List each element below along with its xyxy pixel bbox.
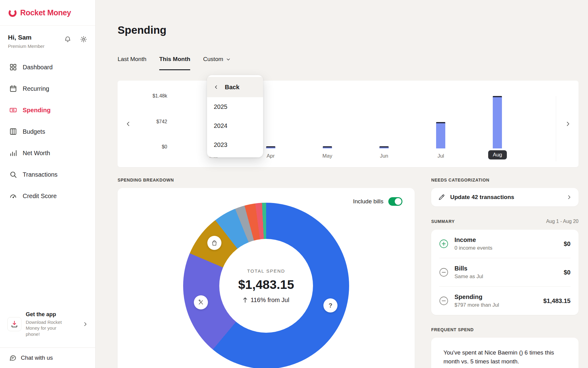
- x-axis-label-aug[interactable]: Aug: [488, 150, 507, 159]
- bar[interactable]: [323, 146, 332, 148]
- summary-row-label: Bills: [454, 265, 483, 272]
- sidebar-item-dashboard[interactable]: Dashboard: [0, 56, 95, 78]
- toggle-knob: [395, 198, 401, 205]
- summary-row-amount: $1,483.15: [543, 297, 571, 305]
- bar-column-jul[interactable]: Jul: [413, 96, 469, 161]
- rocket-money-logo-icon: [8, 8, 17, 17]
- donut-center: TOTAL SPEND $1,483.15 116% from Jul: [219, 239, 313, 333]
- help-icon[interactable]: ?: [323, 298, 337, 312]
- nav-label: Transactions: [23, 171, 58, 178]
- frequent-spend-card: You've spent at Nice Baemin () 6 times t…: [431, 338, 579, 368]
- sidebar-item-spending[interactable]: Spending: [0, 99, 95, 121]
- arrow-up-icon: [243, 297, 247, 303]
- bar-column-aug[interactable]: Aug: [469, 96, 526, 161]
- nav-label: Spending: [23, 107, 51, 114]
- dashboard-grid-icon: [9, 63, 17, 71]
- donut-chart-area: TOTAL SPEND $1,483.15 116% from Jul: [183, 203, 349, 368]
- summary-row-sub: $797 more than Jul: [454, 302, 499, 308]
- bar[interactable]: [266, 146, 275, 148]
- summary-row-bills[interactable]: Bills Same as Jul $0: [439, 258, 571, 286]
- gear-icon[interactable]: [80, 36, 87, 49]
- search-icon: [9, 171, 17, 178]
- chevron-down-icon: [226, 57, 231, 62]
- minus-circle-icon: [439, 268, 448, 277]
- chevron-right-icon: [566, 194, 572, 200]
- sidebar-item-recurring[interactable]: Recurring: [0, 78, 95, 99]
- spending-breakdown-card: Include bills TOTAL SPEND $1,483.15 116%…: [118, 188, 415, 368]
- breakdown-section-label: SPENDING BREAKDOWN: [118, 178, 415, 182]
- bar-column-jun[interactable]: Jun: [356, 96, 413, 161]
- get-app-subtitle: Download Rocket Money for your phone!: [26, 319, 72, 337]
- summary-section-label: SUMMARY: [431, 219, 455, 224]
- sidebar-item-transactions[interactable]: Transactions: [0, 164, 95, 185]
- membership-label: Premium Member: [8, 44, 44, 49]
- chevron-left-icon: [214, 85, 219, 90]
- update-transactions-label: Update 42 transactions: [450, 194, 561, 201]
- pencil-icon: [438, 194, 445, 201]
- summary-row-label: Spending: [454, 293, 499, 301]
- bell-icon[interactable]: [64, 36, 71, 49]
- sidebar-item-net-worth[interactable]: Net Worth: [0, 142, 95, 164]
- bar[interactable]: [379, 146, 389, 148]
- nav-label: Recurring: [23, 85, 49, 92]
- download-icon: [7, 317, 21, 331]
- bar[interactable]: [436, 122, 445, 148]
- plus-circle-icon: [439, 239, 448, 248]
- sidebar: Rocket Money Hi, Sam Premium Member Dash…: [0, 0, 96, 368]
- summary-row-spending[interactable]: Spending $797 more than Jul $1,483.15: [439, 286, 571, 315]
- include-bills-label: Include bills: [353, 198, 383, 205]
- needs-categorization-label: NEEDS CATEGORIZATION: [431, 178, 579, 182]
- chat-with-us-button[interactable]: Chat with us: [0, 347, 95, 368]
- x-axis-label-jul[interactable]: Jul: [437, 151, 444, 161]
- nav-label: Budgets: [23, 128, 45, 135]
- summary-card: Income 0 income events $0 Bills Same as …: [431, 230, 579, 315]
- tab-custom[interactable]: Custom: [203, 56, 230, 70]
- summary-row-amount: $0: [564, 269, 571, 276]
- x-axis-label-may[interactable]: May: [322, 151, 332, 161]
- update-transactions-button[interactable]: Update 42 transactions: [431, 188, 579, 206]
- dropdown-back-label: Back: [225, 84, 239, 91]
- brand-name: Rocket Money: [20, 8, 71, 17]
- get-app-banner[interactable]: Get the app Download Rocket Money for yo…: [4, 309, 91, 340]
- dining-utensils-icon[interactable]: [194, 295, 208, 309]
- bar-chart-icon: [9, 149, 17, 157]
- x-axis-label-apr[interactable]: Apr: [267, 151, 275, 161]
- chat-bubble-icon: [9, 354, 17, 362]
- frequent-spend-label: FREQUENT SPEND: [431, 327, 579, 332]
- total-spend-label: TOTAL SPEND: [247, 268, 285, 274]
- shopping-bag-icon[interactable]: [207, 236, 221, 250]
- frequent-spend-text: You've spent at Nice Baemin () 6 times t…: [443, 348, 566, 366]
- chart-next-button[interactable]: [562, 118, 574, 130]
- tab-this-month[interactable]: This Month: [159, 56, 190, 70]
- period-tabs: Last Month This Month Custom: [118, 56, 579, 70]
- get-app-title: Get the app: [26, 311, 78, 318]
- nav-label: Dashboard: [23, 64, 53, 71]
- year-option-2024[interactable]: 2024: [207, 116, 263, 135]
- x-axis-label-jun[interactable]: Jun: [380, 151, 388, 161]
- gauge-icon: [9, 192, 17, 200]
- year-option-2023[interactable]: 2023: [207, 135, 263, 154]
- tab-custom-label: Custom: [203, 56, 223, 63]
- brand-logo[interactable]: Rocket Money: [0, 0, 95, 26]
- summary-row-sub: Same as Jul: [454, 274, 483, 280]
- nav-label: Net Worth: [23, 150, 50, 157]
- sidebar-item-budgets[interactable]: Budgets: [0, 121, 95, 142]
- sidebar-nav: Dashboard Recurring Spending Budgets Net…: [0, 49, 95, 207]
- user-greeting: Hi, Sam: [8, 34, 44, 41]
- include-bills-toggle[interactable]: [388, 197, 402, 206]
- dropdown-back-button[interactable]: Back: [207, 77, 263, 97]
- bar-column-may[interactable]: May: [299, 96, 356, 161]
- sidebar-item-credit-score[interactable]: Credit Score: [0, 185, 95, 207]
- summary-row-income[interactable]: Income 0 income events $0: [439, 230, 571, 258]
- chat-label: Chat with us: [21, 355, 53, 361]
- summary-date-range: Aug 1 - Aug 20: [546, 219, 579, 224]
- y-axis: $1.48k $742 $0: [118, 81, 167, 167]
- user-header: Hi, Sam Premium Member: [0, 26, 95, 49]
- delta-label: 116% from Jul: [251, 297, 289, 304]
- summary-row-label: Income: [454, 236, 492, 243]
- spending-bar-chart-card: $1.48k $742 $0 MarAprMayJunJulAug: [118, 81, 579, 167]
- tab-last-month[interactable]: Last Month: [118, 56, 146, 70]
- bar[interactable]: [493, 96, 502, 148]
- minus-circle-icon: [439, 296, 448, 305]
- year-option-2025[interactable]: 2025: [207, 97, 263, 116]
